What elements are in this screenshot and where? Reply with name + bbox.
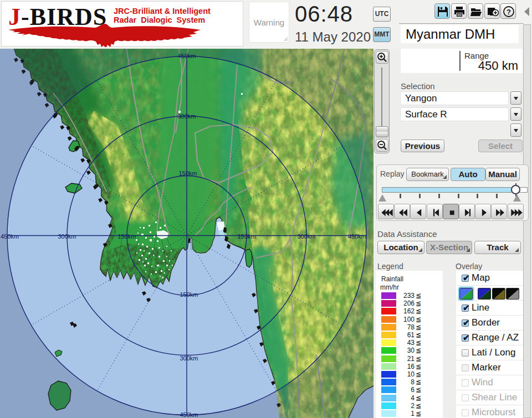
svg-text:150km: 150km bbox=[117, 233, 136, 240]
svg-text:150km: 150km bbox=[178, 170, 197, 177]
svg-text:300km: 300km bbox=[297, 233, 315, 240]
svg-text:450km: 450km bbox=[1, 233, 19, 240]
svg-text:450km: 450km bbox=[348, 233, 366, 240]
svg-text:450km: 450km bbox=[177, 53, 196, 59]
svg-text:150km: 150km bbox=[180, 291, 198, 298]
svg-text:?: ? bbox=[507, 8, 511, 16]
svg-text:150km: 150km bbox=[237, 233, 255, 240]
svg-text:450km: 450km bbox=[180, 411, 198, 418]
svg-text:300km: 300km bbox=[177, 113, 196, 120]
svg-text:300km: 300km bbox=[58, 233, 76, 240]
svg-text:300km: 300km bbox=[180, 355, 198, 362]
